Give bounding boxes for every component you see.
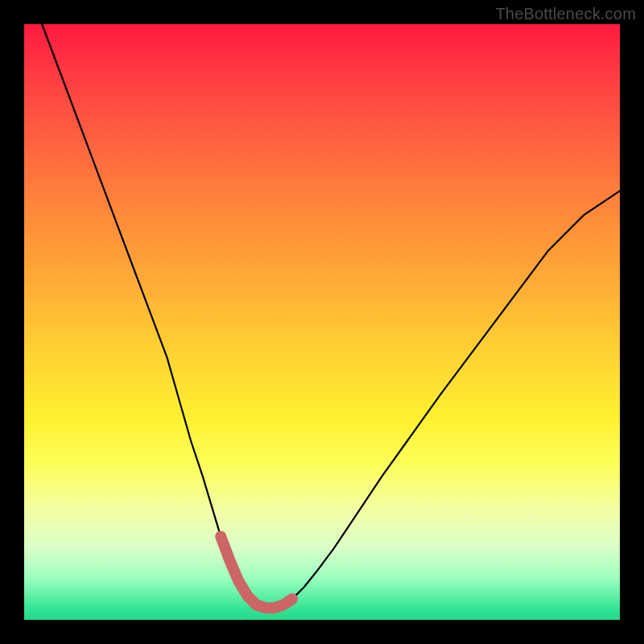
bottleneck-curve (42, 24, 620, 608)
plot-area (24, 24, 620, 620)
chart-frame: TheBottleneck.com (0, 0, 644, 644)
watermark-text: TheBottleneck.com (495, 5, 636, 23)
optimal-range-markers (221, 536, 292, 608)
curve-layer (24, 24, 620, 620)
